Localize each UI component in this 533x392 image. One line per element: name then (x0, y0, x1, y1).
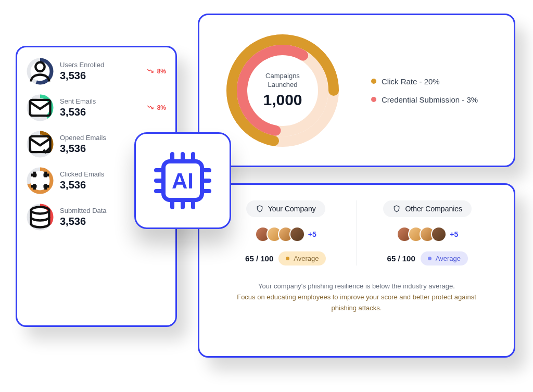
your-badge: Average (278, 251, 326, 265)
stat-value: 3,536 (60, 70, 141, 82)
other-score: 65 / 100 (387, 254, 415, 263)
your-company-pill[interactable]: Your Company (246, 200, 325, 217)
svg-point-2 (35, 62, 44, 71)
stat-value: 3,536 (60, 106, 141, 118)
stat-value: 3,536 (60, 216, 141, 227)
campaigns-card: Campaigns Launched 1,000 Click Rate - 20… (198, 14, 515, 167)
stat-icon (27, 58, 54, 85)
avatar (289, 226, 305, 242)
stat-value: 3,536 (60, 143, 141, 155)
campaigns-donut: Campaigns Launched 1,000 (220, 28, 345, 153)
stat-donut (27, 204, 54, 231)
campaigns-label: Campaigns Launched (265, 72, 300, 90)
other-companies-avatars: +5 (397, 226, 458, 242)
dot-icon (371, 97, 376, 102)
stat-donut (27, 131, 54, 158)
compare-note: Your company's phishing resilience is be… (215, 281, 498, 313)
other-companies-pill[interactable]: Other Companies (383, 200, 472, 217)
stat-donut (27, 167, 54, 194)
stat-label: Users Enrolled (60, 61, 141, 69)
stat-icon (27, 204, 54, 231)
your-score: 65 / 100 (245, 254, 273, 263)
stat-value: 3,536 (60, 179, 141, 191)
dot-icon (371, 79, 376, 84)
stat-trend: 8% (147, 104, 166, 111)
ai-chip-badge: AI (134, 132, 231, 229)
trend-down-icon (147, 104, 155, 111)
ai-chip-icon: AI (149, 147, 217, 214)
stat-donut (27, 94, 54, 121)
compare-card: Your Company +5 65 / 100 Average Other C (198, 183, 515, 358)
stat-icon (27, 167, 54, 194)
stat-label: Clicked Emails (60, 170, 141, 178)
stat-icon (27, 131, 54, 158)
avatar (431, 226, 447, 242)
legend-click-rate: Click Rate - 20% (371, 77, 478, 86)
legend-credential-submission: Credential Submission - 3% (371, 95, 478, 104)
trend-down-icon (147, 68, 155, 75)
shield-icon (256, 205, 264, 213)
avatar-more[interactable]: +5 (308, 230, 316, 238)
stat-row: Sent Emails 3,536 8% (27, 94, 166, 121)
svg-point-13 (31, 207, 49, 214)
stat-trend: 8% (147, 68, 166, 75)
stat-label: Submitted Data (60, 207, 141, 214)
ai-label: AI (172, 169, 194, 193)
dot-icon (428, 257, 432, 260)
your-company-panel: Your Company +5 65 / 100 Average (215, 200, 357, 265)
campaigns-value: 1,000 (263, 91, 302, 109)
stat-icon (27, 94, 54, 121)
stat-label: Opened Emails (60, 134, 141, 142)
other-badge: Average (421, 251, 468, 265)
other-companies-panel: Other Companies +5 65 / 100 Average (357, 200, 499, 265)
stat-donut (27, 58, 54, 85)
avatar-more[interactable]: +5 (450, 230, 458, 238)
dot-icon (286, 257, 289, 260)
shield-icon (392, 205, 401, 213)
stat-label: Sent Emails (60, 97, 141, 105)
your-company-avatars: +5 (255, 226, 316, 242)
campaigns-legend: Click Rate - 20% Credential Submission -… (371, 77, 478, 104)
stat-row: Users Enrolled 3,536 8% (27, 58, 166, 85)
